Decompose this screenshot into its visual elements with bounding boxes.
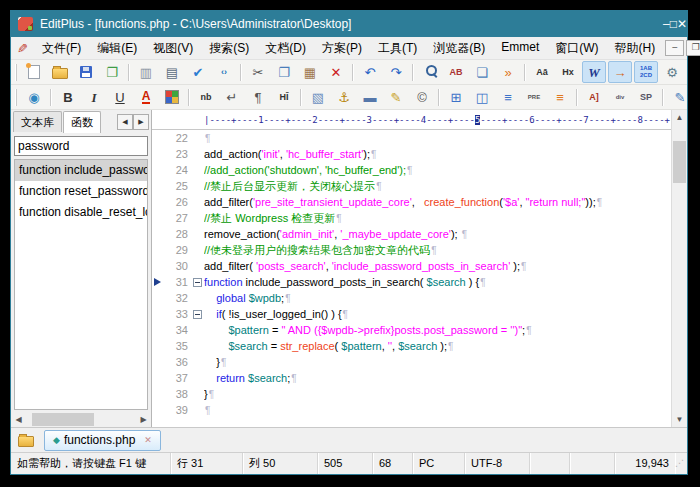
nonbreaking-space-icon[interactable]: nb xyxy=(194,86,218,108)
span-tag-icon[interactable]: SP xyxy=(634,86,658,108)
new-file-icon[interactable] xyxy=(22,61,46,83)
menu-file[interactable]: 文件(F) xyxy=(34,38,89,59)
delete-icon[interactable]: ✕ xyxy=(324,61,348,83)
find-icon[interactable] xyxy=(418,61,442,83)
mark-all-icon[interactable]: » xyxy=(496,61,520,83)
underline-icon[interactable]: U xyxy=(108,86,132,108)
function-list-item[interactable]: function disable_reset_lo xyxy=(15,202,147,223)
close-button[interactable]: ✕ xyxy=(677,17,687,31)
replace-icon[interactable]: AB xyxy=(444,61,468,83)
code-line-28[interactable]: 28remove_action('admin_init', '_maybe_up… xyxy=(152,226,671,242)
print-preview-icon[interactable]: ▥ xyxy=(134,61,158,83)
code-editor[interactable]: 22¶23add_action('init', 'hc_buffer_start… xyxy=(152,130,671,427)
scroll-up-arrow-icon[interactable]: ▲ xyxy=(672,110,687,125)
scrollbar-track[interactable] xyxy=(672,125,687,412)
menu-search[interactable]: 搜索(S) xyxy=(201,38,257,59)
redo-icon[interactable]: ↷ xyxy=(384,61,408,83)
menu-help[interactable]: 帮助(H) xyxy=(607,38,664,59)
scrollbar-thumb[interactable] xyxy=(32,413,94,426)
save-all-icon[interactable]: ❐ xyxy=(100,61,124,83)
insert-note-icon[interactable]: ✎ xyxy=(384,86,408,108)
code-line-27[interactable]: 27//禁止 Wordpress 检查更新¶ xyxy=(152,210,671,226)
code-line-32[interactable]: 32 global $wpdb;¶ xyxy=(152,290,671,306)
menu-project[interactable]: 方案(P) xyxy=(314,38,370,59)
find-in-files-icon[interactable]: ❏ xyxy=(470,61,494,83)
spell-check-icon[interactable]: ✔ xyxy=(186,61,210,83)
heading-icon[interactable]: HĪ xyxy=(272,86,296,108)
cut-icon[interactable]: ✂ xyxy=(246,61,270,83)
color-palette-icon[interactable] xyxy=(160,86,184,108)
sidebar-tab-functions[interactable]: 函数 xyxy=(63,111,101,133)
change-case-icon[interactable]: Aā xyxy=(530,61,554,83)
scrollbar-track[interactable] xyxy=(26,412,136,427)
tab-close-icon[interactable]: ✕ xyxy=(144,435,152,445)
toolbar-grip[interactable] xyxy=(15,89,17,106)
insert-table-icon[interactable]: ⊞ xyxy=(444,86,468,108)
div-tag-icon[interactable]: div xyxy=(608,86,632,108)
code-line-24[interactable]: 24//add_action('shutdown', 'hc_buffer_en… xyxy=(152,162,671,178)
preformatted-icon[interactable]: PRE xyxy=(522,86,546,108)
menu-emmet[interactable]: Emmet xyxy=(493,38,547,59)
paragraph-icon[interactable]: ¶ xyxy=(246,86,270,108)
copy-icon[interactable]: ❐ xyxy=(272,61,296,83)
open-folder-icon[interactable] xyxy=(48,61,72,83)
menu-document[interactable]: 文档(D) xyxy=(257,38,314,59)
toolbar-grip[interactable] xyxy=(15,64,17,81)
menu-view[interactable]: 视图(V) xyxy=(145,38,201,59)
browser-preview-icon[interactable]: ◉ xyxy=(22,86,46,108)
function-list-item[interactable]: function reset_password_ xyxy=(15,181,147,202)
scrollbar-thumb[interactable] xyxy=(673,141,686,183)
italic-icon[interactable]: I xyxy=(82,86,106,108)
tab-scroll-left-icon[interactable]: ◀ xyxy=(117,114,133,130)
folder-icon[interactable] xyxy=(18,436,34,447)
code-line-35[interactable]: 35 $search = str_replace( $pattern, '', … xyxy=(152,338,671,354)
resize-grip-icon[interactable]: ⋰ xyxy=(675,453,687,474)
code-line-30[interactable]: 30add_filter( 'posts_search', 'include_p… xyxy=(152,258,671,274)
code-line-26[interactable]: 26add_filter('pre_site_transient_update_… xyxy=(152,194,671,210)
menu-tools[interactable]: 工具(T) xyxy=(370,38,425,59)
scroll-right-arrow-icon[interactable]: ▶ xyxy=(136,412,151,427)
tab-functions-php[interactable]: ◆ functions.php ✕ xyxy=(44,430,161,451)
paste-icon[interactable]: ▦ xyxy=(298,61,322,83)
scroll-left-arrow-icon[interactable]: ◀ xyxy=(11,412,26,427)
code-line-25[interactable]: 25//禁止后台显示更新，关闭核心提示¶ xyxy=(152,178,671,194)
copyright-icon[interactable]: © xyxy=(410,86,434,108)
view-in-browser-icon[interactable]: ‹› xyxy=(212,61,236,83)
code-line-22[interactable]: 22¶ xyxy=(152,130,671,146)
bold-icon[interactable]: B xyxy=(56,86,80,108)
mdi-minimize-button[interactable]: – xyxy=(665,40,684,56)
menu-edit[interactable]: 编辑(E) xyxy=(89,38,145,59)
line-break-icon[interactable]: ↵ xyxy=(220,86,244,108)
code-line-31[interactable]: 31function include_password_posts_in_sea… xyxy=(152,274,671,290)
line-numbers-icon[interactable]: 1AB 2CD xyxy=(634,61,658,83)
insert-image-icon[interactable]: ▧ xyxy=(306,86,330,108)
hex-view-icon[interactable]: Hx xyxy=(556,61,580,83)
code-line-38[interactable]: 38}¶ xyxy=(152,386,671,402)
auto-indent-icon[interactable]: → xyxy=(608,61,632,83)
code-line-29[interactable]: 29//使未登录用户的搜索结果包含加密文章的代码¶ xyxy=(152,242,671,258)
code-line-37[interactable]: 37 return $search;¶ xyxy=(152,370,671,386)
horizontal-rule-icon[interactable]: ▬ xyxy=(358,86,382,108)
fold-toggle-icon[interactable] xyxy=(193,278,202,287)
menu-window[interactable]: 窗口(W) xyxy=(547,38,606,59)
sidebar-tab-cliptext[interactable]: 文本库 xyxy=(13,111,62,132)
minimize-button[interactable]: – xyxy=(663,17,670,31)
font-color-icon[interactable]: A xyxy=(134,86,158,108)
tab-scroll-right-icon[interactable]: ▶ xyxy=(133,114,149,130)
code-line-36[interactable]: 36 }¶ xyxy=(152,354,671,370)
mdi-restore-button[interactable]: ❐ xyxy=(686,40,700,56)
scroll-down-arrow-icon[interactable]: ▼ xyxy=(672,412,687,427)
insert-list-icon[interactable]: ≡ xyxy=(548,86,572,108)
preferences-icon[interactable]: ⚙ xyxy=(660,61,684,83)
print-icon[interactable]: ▤ xyxy=(160,61,184,83)
menu-browser[interactable]: 浏览器(B) xyxy=(425,38,493,59)
insert-form-icon[interactable]: ◫ xyxy=(470,86,494,108)
align-text-icon[interactable]: ≡ xyxy=(496,86,520,108)
edit-script-icon[interactable]: ✎ xyxy=(668,86,687,108)
undo-icon[interactable]: ↶ xyxy=(358,61,382,83)
code-line-33[interactable]: 33 if( !is_user_logged_in() ) {¶ xyxy=(152,306,671,322)
code-line-23[interactable]: 23add_action('init', 'hc_buffer_start');… xyxy=(152,146,671,162)
maximize-button[interactable]: □ xyxy=(670,17,677,31)
named-anchor-icon[interactable]: A] xyxy=(582,86,606,108)
function-list-item[interactable]: function include_passwo xyxy=(15,160,147,181)
